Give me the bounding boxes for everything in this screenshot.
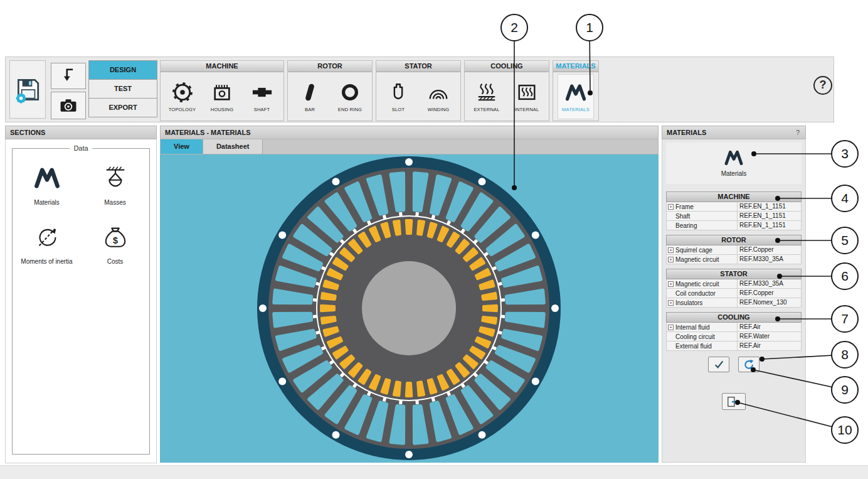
row-label: +Frame [667,203,737,210]
table-row-internal-fluid[interactable]: +Internal fluidREF.Air [666,323,802,332]
ribbon-item-bar[interactable]: BAR [292,74,328,119]
ribbon-item-internal[interactable]: INTERNAL [509,74,545,119]
external-cooling-icon [475,81,498,104]
row-label-text: Shaft [675,213,690,220]
save-project-button[interactable] [9,60,46,119]
ribbon: DESIGNTESTEXPORT MACHINETOPOLOGYHOUSINGS… [5,57,834,122]
ribbon-group-rotor: ROTORBAREND RING [287,60,373,121]
section-item-label: Materials [34,199,60,206]
export-row [662,393,805,410]
material-value[interactable]: REF.Air [737,323,801,331]
ribbon-group-machine: MACHINETOPOLOGYHOUSINGSHAFT [160,60,284,121]
view-tabs: ViewDatasheet [160,139,659,154]
table-row-insulators[interactable]: +InsulatorsREF.Nomex_130 [666,298,802,308]
ribbon-item-winding[interactable]: WINDING [420,74,457,119]
sections-grid: MaterialsMassesMoments of inertia$Costs [13,152,149,265]
section-item-masses[interactable]: Masses [83,164,148,206]
screenshot-button[interactable] [51,92,86,119]
mode-tab-export[interactable]: EXPORT [88,98,157,117]
validate-button[interactable] [708,357,729,372]
ribbon-item-end-ring[interactable]: END RING [332,74,368,119]
expand-icon[interactable]: + [668,325,674,330]
expand-icon[interactable]: + [668,257,674,262]
materials-table-machine: MACHINE+FrameREF.EN_1_1151ShaftREF.EN_1_… [666,191,802,230]
ribbon-group-cooling: COOLINGEXTERNALINTERNAL [464,60,549,121]
view-tab-view[interactable]: View [161,139,203,154]
slot-icon [387,81,410,104]
ribbon-group-stator: STATORSLOTWINDING [376,60,461,121]
section-item-moments-of-inertia[interactable]: Moments of inertia [14,223,80,265]
svg-text:2: 2 [511,20,518,35]
table-header: MACHINE [666,191,802,202]
ribbon-item-external[interactable]: EXTERNAL [468,74,505,119]
table-row-external-fluid[interactable]: External fluidREF.Air [666,342,802,351]
mode-tabs: DESIGNTESTEXPORT [88,60,157,117]
table-row-magnetic-circuit[interactable]: +Magnetic circuitREF.M330_35A [666,279,802,289]
inertia-icon [34,223,60,252]
material-value[interactable]: REF.EN_1_1151 [737,212,801,220]
mode-tab-test[interactable]: TEST [88,79,157,99]
group-title: MATERIALS [553,61,598,72]
expand-icon[interactable]: + [668,300,674,306]
material-value[interactable]: REF.Water [737,332,801,341]
table-row-coil-conductor[interactable]: Coil conductorREF.Copper [666,289,802,298]
ribbon-item-slot[interactable]: SLOT [380,74,416,119]
callout-circle-6 [832,263,858,289]
row-label-text: External fluid [675,343,712,350]
row-label-text: Internal fluid [675,324,709,331]
material-value[interactable]: REF.M330_35A [737,279,801,288]
material-value[interactable]: REF.EN_1_1151 [737,202,801,211]
panel-help-icon[interactable]: ? [796,126,800,139]
ribbon-item-topology[interactable]: TOPOLOGY [164,74,201,119]
table-row-magnetic-circuit[interactable]: +Magnetic circuitREF.M330_35A [666,255,802,264]
callout-circle-10 [832,417,858,443]
internal-cooling-icon [516,81,538,104]
expand-spacer [668,343,674,349]
expand-spacer [668,334,674,340]
expand-icon[interactable]: + [668,247,674,253]
table-row-bearing[interactable]: BearingREF.EN_1_1151 [666,221,802,230]
group-body: MATERIALS [553,72,598,121]
row-label-text: Magnetic circuit [675,256,719,263]
ribbon-item-housing[interactable]: HOUSING [204,74,240,119]
row-label: Bearing [667,222,737,229]
svg-text:4: 4 [841,191,849,205]
table-row-shaft[interactable]: ShaftREF.EN_1_1151 [666,212,802,221]
export-button[interactable] [722,393,746,410]
section-item-costs[interactable]: $Costs [83,223,148,265]
group-title: COOLING [465,61,549,72]
ribbon-item-shaft[interactable]: SHAFT [244,74,280,119]
materials-logo-icon [724,150,744,168]
material-value[interactable]: REF.Nomex_130 [737,298,801,307]
table-row-squirrel-cage[interactable]: +Squirrel cageREF.Copper [666,245,802,255]
svg-text:9: 9 [841,382,849,397]
callout-circle-4 [832,185,858,212]
sections-panel: Data MaterialsMassesMoments of inertia$C… [5,139,157,463]
data-group-label: Data [70,144,92,152]
help-button[interactable]: ? [813,76,832,95]
material-value[interactable]: REF.EN_1_1151 [737,221,801,230]
machine-cross-section-view[interactable] [160,154,659,463]
materials-section-block: Materials [666,143,802,184]
material-value[interactable]: REF.Copper [737,245,801,254]
restore-button[interactable] [738,357,760,372]
expand-icon[interactable]: + [668,204,674,210]
material-value[interactable]: REF.Copper [737,289,801,298]
svg-text:3: 3 [841,146,849,161]
section-item-materials[interactable]: Materials [14,164,80,206]
materials-logo-icon [34,164,60,193]
mode-tab-design[interactable]: DESIGN [88,60,157,80]
view-tab-datasheet[interactable]: Datasheet [203,139,263,154]
section-item-label: Costs [107,258,124,265]
table-row-frame[interactable]: +FrameREF.EN_1_1151 [666,202,802,212]
material-value[interactable]: REF.Air [737,342,801,350]
table-row-cooling-circuit[interactable]: Cooling circuitREF.Water [666,332,802,342]
row-label-text: Insulators [675,299,702,306]
ribbon-item-label: INTERNAL [515,107,539,112]
ribbon-item-materials[interactable]: MATERIALS [558,74,594,119]
material-value[interactable]: REF.M330_35A [737,255,801,264]
import-button[interactable] [51,63,86,89]
expand-icon[interactable]: + [668,281,674,287]
housing-icon [211,81,233,104]
materials-panel-header: MATERIALS ? [662,126,806,139]
